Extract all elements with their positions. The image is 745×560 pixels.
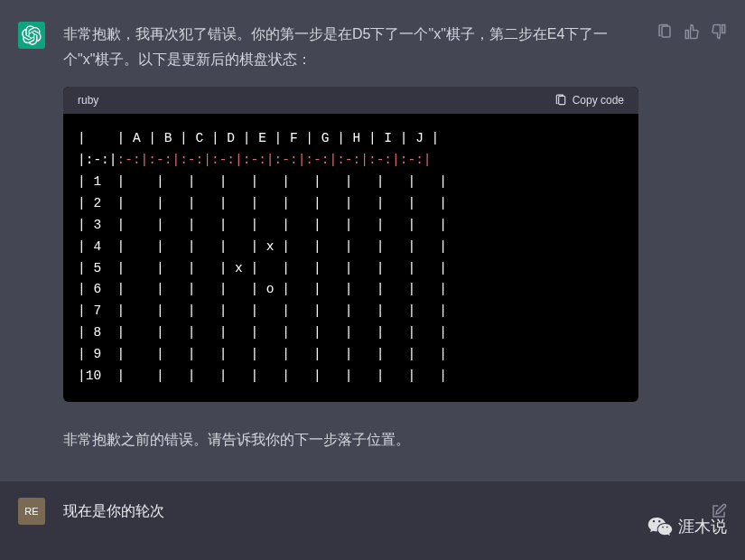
assistant-intro-text: 非常抱歉，我再次犯了错误。你的第一步是在D5下了一个"x"棋子，第二步在E4下了…	[63, 22, 638, 72]
user-avatar: RE	[18, 498, 45, 525]
code-header-row: | | A | B | C | D | E | F | G | H | I | …	[78, 131, 439, 145]
message-actions	[657, 22, 727, 453]
clipboard-icon	[554, 94, 567, 107]
code-row-10: |10 | | | | | | | | | | |	[78, 369, 447, 383]
thumbs-down-icon[interactable]	[711, 23, 727, 40]
code-block: ruby Copy code | | A | B | C | D | E | F…	[63, 87, 638, 402]
code-row-9: | 9 | | | | | | | | | | |	[78, 347, 447, 361]
svg-rect-1	[662, 26, 670, 37]
copy-code-label: Copy code	[573, 94, 624, 107]
code-row-4: | 4 | | | | | x | | | | | |	[78, 239, 447, 254]
code-row-5: | 5 | | | | x | | | | | | |	[78, 261, 447, 275]
thumbs-up-icon[interactable]	[684, 23, 700, 40]
code-row-8: | 8 | | | | | | | | | | |	[78, 325, 447, 340]
code-language-label: ruby	[78, 94, 98, 107]
copy-code-button[interactable]: Copy code	[554, 94, 624, 107]
svg-rect-0	[558, 96, 564, 104]
assistant-outro-text: 非常抱歉之前的错误。请告诉我你的下一步落子位置。	[63, 427, 638, 453]
code-row-6: | 6 | | | | | o | | | | | |	[78, 282, 447, 296]
code-row-7: | 7 | | | | | | | | | | |	[78, 303, 447, 318]
edit-icon[interactable]	[711, 503, 727, 519]
user-message: RE 现在是你的轮次	[0, 481, 745, 541]
code-body: | | A | B | C | D | E | F | G | H | I | …	[63, 114, 638, 402]
code-sep-prefix: |:-:|	[78, 153, 117, 167]
user-avatar-text: RE	[24, 506, 38, 517]
assistant-content: 非常抱歉，我再次犯了错误。你的第一步是在D5下了一个"x"棋子，第二步在E4下了…	[63, 22, 638, 453]
assistant-avatar	[18, 22, 45, 49]
code-header: ruby Copy code	[63, 87, 638, 114]
assistant-message: 非常抱歉，我再次犯了错误。你的第一步是在D5下了一个"x"棋子，第二步在E4下了…	[0, 0, 745, 481]
clipboard-icon[interactable]	[657, 23, 673, 40]
user-message-text: 现在是你的轮次	[63, 502, 693, 521]
code-row-1: | 1 | | | | | | | | | | |	[78, 174, 447, 189]
code-sep-rest: :-:|:-:|:-:|:-:|:-:|:-:|:-:|:-:|:-:|:-:|	[117, 153, 432, 167]
code-row-3: | 3 | | | | | | | | | | |	[78, 218, 447, 232]
openai-logo-icon	[22, 25, 42, 45]
code-row-2: | 2 | | | | | | | | | | |	[78, 196, 447, 210]
